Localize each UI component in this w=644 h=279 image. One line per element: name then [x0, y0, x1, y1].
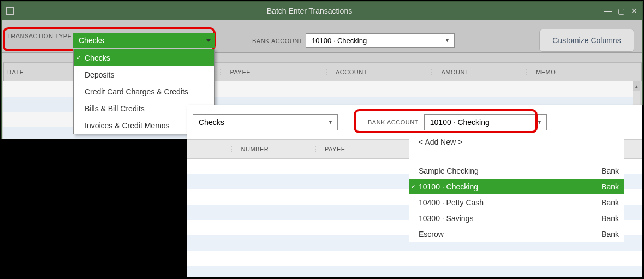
overlay-transaction-type-value: Checks — [199, 118, 224, 127]
overlay-col-number: NUMBER — [238, 146, 312, 152]
close-icon[interactable]: ✕ — [630, 7, 638, 15]
col-date: DATE — [4, 69, 80, 75]
table-row[interactable] — [187, 251, 642, 266]
bank-account-option[interactable]: 10100 · Checking Bank — [409, 179, 624, 194]
bank-account-label: BANK ACCOUNT — [252, 38, 303, 44]
window-menu-icon[interactable] — [6, 7, 14, 15]
col-account: ACCOUNT — [332, 69, 428, 75]
col-payee: PAYEE — [227, 69, 323, 75]
bank-account-option[interactable]: Sample Checking Bank — [409, 163, 624, 179]
chevron-down-icon: ▼ — [328, 120, 333, 125]
window-title: Batch Enter Transactions — [15, 7, 604, 15]
maximize-icon[interactable]: ▢ — [617, 7, 625, 15]
col-amount: AMOUNT — [438, 69, 523, 75]
overlay-bank-account-select[interactable]: 10100 · Checking ▼ — [424, 114, 547, 130]
bank-account-dropdown: < Add New > Sample Checking Bank 10100 ·… — [409, 134, 624, 242]
transaction-type-select[interactable]: Checks — [73, 33, 215, 48]
bank-account-value: 10100 · Checking — [312, 37, 367, 45]
bank-account-select[interactable]: 10100 · Checking ▼ — [306, 33, 455, 48]
overlay-bank-account-label: BANK ACCOUNT — [368, 119, 419, 126]
minimize-icon[interactable]: — — [604, 7, 612, 15]
bank-account-option[interactable]: 10300 · Savings Bank — [409, 210, 624, 226]
table-row[interactable] — [187, 266, 642, 277]
transaction-type-value: Checks — [79, 36, 104, 45]
overlay-transaction-type-select[interactable]: Checks ▼ — [193, 114, 338, 130]
col-memo: MEMO — [533, 69, 641, 75]
bank-account-add-new[interactable]: < Add New > — [409, 134, 624, 150]
overlay-panel: Checks ▼ BANK ACCOUNT 10100 · Checking ▼… — [187, 105, 643, 278]
customize-columns-button[interactable]: Customize Columns — [539, 29, 634, 52]
customize-columns-label: Customize Columns — [552, 36, 621, 45]
overlay-bank-account-value: 10100 · Checking — [430, 118, 490, 127]
chevron-down-icon — [206, 39, 211, 42]
transaction-type-option-checks[interactable]: Checks — [74, 49, 214, 66]
titlebar: Batch Enter Transactions — ▢ ✕ — [2, 2, 642, 20]
chevron-down-icon: ▼ — [445, 38, 450, 43]
bank-account-option[interactable]: Escrow Bank — [409, 226, 624, 242]
transaction-type-option-deposits[interactable]: Deposits — [74, 66, 214, 83]
bank-account-option[interactable]: 10400 · Petty Cash Bank — [409, 194, 624, 210]
scroll-up-icon[interactable]: ▴ — [633, 81, 640, 91]
transaction-type-option-cc[interactable]: Credit Card Charges & Credits — [74, 83, 214, 100]
chevron-down-icon: ▼ — [537, 120, 542, 125]
transaction-type-label: TRANSACTION TYPE — [7, 33, 71, 39]
window-buttons: — ▢ ✕ — [604, 7, 638, 15]
